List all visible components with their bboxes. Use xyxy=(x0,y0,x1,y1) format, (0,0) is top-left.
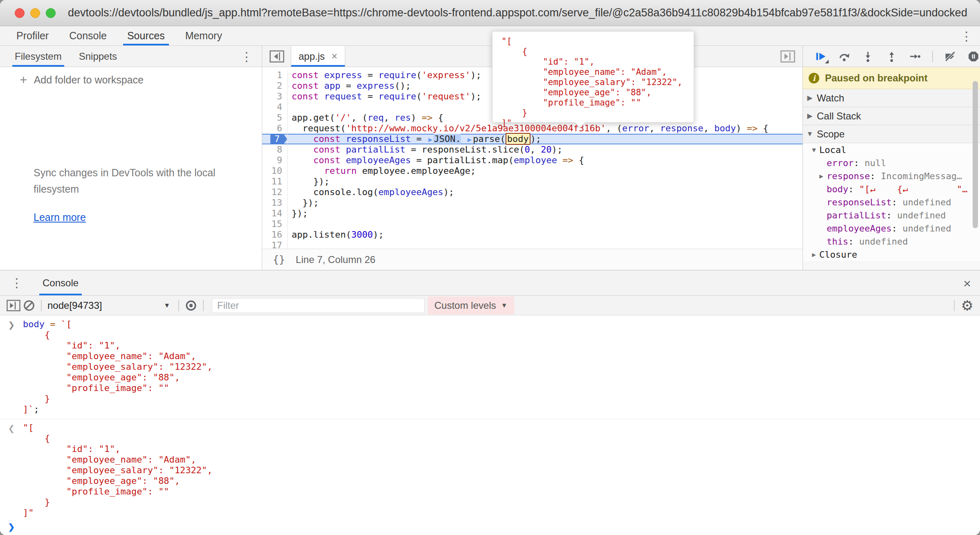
scope-variable-row[interactable]: ▶response: IncomingMessag… xyxy=(803,169,980,182)
code-line-text: }); xyxy=(288,198,319,208)
code-line: 12 console.log(employeeAges); xyxy=(262,187,802,198)
format-pretty-print-icon[interactable]: {} xyxy=(273,254,285,265)
dropdown-arrow-icon: ▼ xyxy=(501,302,508,309)
scope-variable-row[interactable]: employeeAges: undefined xyxy=(803,222,980,235)
line-number-gutter[interactable]: 6 xyxy=(262,123,288,134)
step-into-icon[interactable] xyxy=(861,49,874,63)
line-number-gutter[interactable]: 8 xyxy=(262,144,288,155)
console-messages: ❯body = `[ { "id": "1", "employee_name":… xyxy=(0,316,980,519)
tab-snippets[interactable]: Snippets xyxy=(76,46,119,67)
line-number-gutter[interactable]: 16 xyxy=(262,229,288,240)
tab-filesystem[interactable]: Filesystem xyxy=(12,46,64,67)
pause-on-exceptions-icon[interactable] xyxy=(967,49,980,63)
line-number-gutter[interactable]: 2 xyxy=(262,81,288,91)
chevron-right-icon[interactable]: ▶ xyxy=(816,172,827,180)
tab-memory[interactable]: Memory xyxy=(181,26,226,45)
custom-levels-dropdown[interactable]: Custom levels ▼ xyxy=(428,297,514,315)
code-line-text: const employeeAges = partialList.map(emp… xyxy=(288,155,584,166)
add-folder-button[interactable]: + Add folder to workspace xyxy=(0,67,262,92)
scope-variable-row[interactable]: error: null xyxy=(803,156,980,169)
vertical-scrollbar[interactable] xyxy=(973,81,978,228)
close-icon[interactable]: × xyxy=(963,276,971,291)
step-icon[interactable] xyxy=(908,49,922,63)
variable-name: error xyxy=(827,158,854,168)
variable-value: undefined xyxy=(897,210,946,220)
code-line: 17 xyxy=(262,240,802,249)
editor-tab-appjs[interactable]: app.js × xyxy=(291,46,345,67)
scope-variable-row[interactable]: responseList: undefined xyxy=(803,196,980,209)
line-number-gutter[interactable]: 14 xyxy=(262,208,288,219)
variable-value: undefined xyxy=(902,223,951,234)
scope-variable-row[interactable]: partialList: undefined xyxy=(803,209,980,222)
step-out-icon[interactable] xyxy=(885,49,898,63)
code-line-text: app.get('/', (req, res) => { xyxy=(288,112,443,123)
section-watch[interactable]: ▶ Watch xyxy=(803,89,980,107)
tab-console[interactable]: Console xyxy=(65,26,111,45)
line-number-gutter[interactable]: 4 xyxy=(262,102,288,112)
console-header: ⋮ Console × xyxy=(0,270,980,296)
line-number-gutter[interactable]: 3 xyxy=(262,91,288,102)
navigator-kebab-icon[interactable]: ⋮ xyxy=(241,51,253,63)
line-number-gutter[interactable]: 11 xyxy=(262,176,288,187)
console-prompt[interactable]: ❯ xyxy=(0,519,980,535)
scope-variable-row[interactable]: this: undefined xyxy=(803,235,980,248)
continue-to-marker-icon: ▶ xyxy=(466,135,473,144)
value-tooltip: "[ { "id": "1", "employee_name": "Adam",… xyxy=(492,31,694,123)
hide-debugger-sidebar-icon[interactable] xyxy=(779,49,797,64)
line-number-gutter[interactable]: 1 xyxy=(262,70,288,81)
clear-console-icon[interactable] xyxy=(21,298,37,313)
code-line: 16app.listen(3000); xyxy=(262,229,802,240)
step-over-icon[interactable] xyxy=(838,49,851,63)
debugger-toolbar xyxy=(803,46,980,67)
traffic-light-close-icon[interactable] xyxy=(15,8,25,18)
variable-value: "[↵ {↵ "… xyxy=(859,184,967,194)
line-number-gutter[interactable]: 5 xyxy=(262,112,288,123)
show-console-sidebar-icon[interactable] xyxy=(6,298,21,313)
section-scope[interactable]: ▼ Scope xyxy=(803,125,980,143)
chevron-right-icon: ▶ xyxy=(803,112,817,120)
section-call-stack[interactable]: ▶ Call Stack xyxy=(803,107,980,125)
code-line: 15 xyxy=(262,219,802,229)
chevron-right-icon: ▶ xyxy=(809,251,819,259)
hide-navigator-icon[interactable] xyxy=(269,49,285,63)
resume-script-icon[interactable] xyxy=(814,49,827,63)
gear-icon[interactable]: ⚙ xyxy=(961,297,973,314)
tab-profiler[interactable]: Profiler xyxy=(12,26,53,45)
console-drawer-tab[interactable]: Console xyxy=(39,270,82,295)
custom-levels-label: Custom levels xyxy=(434,300,496,311)
live-expression-eye-icon[interactable] xyxy=(183,298,199,313)
chevron-down-icon: ▼ xyxy=(803,130,817,138)
line-number-gutter[interactable]: 7 xyxy=(262,134,288,144)
learn-more-link[interactable]: Learn more xyxy=(34,211,86,223)
line-number-gutter[interactable]: 12 xyxy=(262,187,288,198)
line-number-gutter[interactable]: 13 xyxy=(262,198,288,208)
deactivate-breakpoints-icon[interactable] xyxy=(944,49,957,63)
file-name: app.js xyxy=(299,51,325,62)
separator: : xyxy=(848,236,859,247)
scope-closure-header[interactable]: ▶ Closure xyxy=(803,248,980,261)
code-line-text: const express = require('express'); xyxy=(288,70,481,81)
tooltip-json-value: "[ { "id": "1", "employee_name": "Adam",… xyxy=(501,36,694,128)
line-number-gutter[interactable]: 15 xyxy=(262,219,288,229)
line-number-gutter[interactable]: 17 xyxy=(262,240,288,249)
code-line-text xyxy=(288,102,292,112)
filter-input[interactable] xyxy=(212,298,425,313)
tab-sources[interactable]: Sources xyxy=(123,26,169,45)
code-line: 14}); xyxy=(262,208,802,219)
input-chevron-icon: ❯ xyxy=(0,319,23,415)
prompt-chevron-icon: ❯ xyxy=(0,522,23,532)
sync-description: Sync changes in DevTools with the local … xyxy=(34,164,230,197)
tab-close-icon[interactable]: × xyxy=(331,50,337,63)
scope-variable-row[interactable]: body: "[↵ {↵ "… xyxy=(803,182,980,196)
main-menu-kebab-icon[interactable]: ⋮ xyxy=(960,30,973,43)
traffic-light-zoom-icon[interactable] xyxy=(46,8,56,18)
execution-context-select[interactable]: node[94733] ▼ xyxy=(47,300,170,311)
console-kebab-icon[interactable]: ⋮ xyxy=(11,277,23,289)
dropdown-arrow-icon: ▼ xyxy=(164,302,170,309)
traffic-light-minimize-icon[interactable] xyxy=(30,8,40,18)
toolbar-separator xyxy=(932,51,933,62)
code-line-text: return employee.employeeAge; xyxy=(288,166,476,176)
line-number-gutter[interactable]: 9 xyxy=(262,155,288,166)
scope-local-header[interactable]: ▼ Local xyxy=(803,143,980,156)
line-number-gutter[interactable]: 10 xyxy=(262,166,288,176)
